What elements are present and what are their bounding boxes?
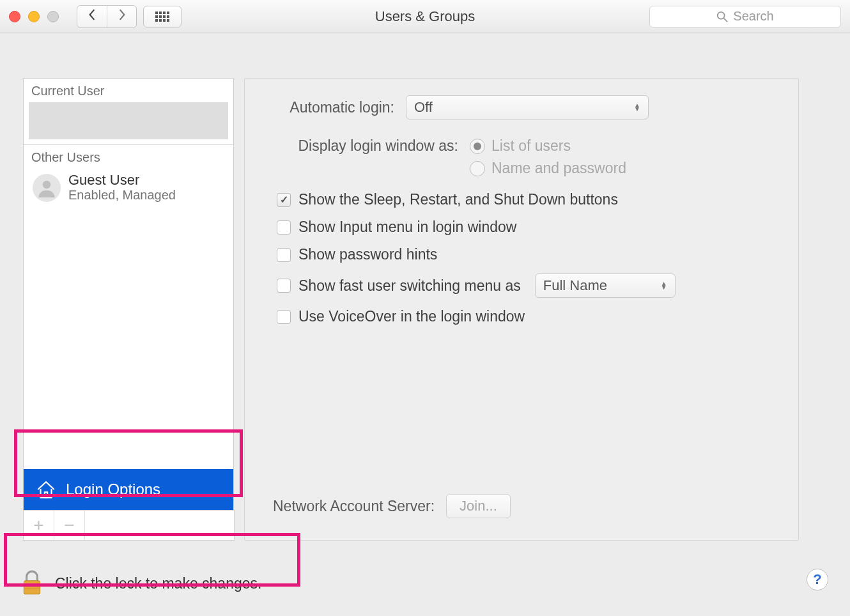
cb-voiceover[interactable]: Use VoiceOver in the login window: [277, 308, 770, 325]
stepper-icon: ▲▼: [634, 104, 640, 111]
cb-sleep-restart[interactable]: Show the Sleep, Restart, and Shut Down b…: [277, 191, 770, 208]
back-button[interactable]: [77, 6, 107, 27]
guest-user-status: Enabled, Managed: [68, 188, 176, 203]
display-login-label: Display login window as:: [273, 137, 458, 155]
svg-rect-7: [167, 15, 169, 18]
fast-switch-value: Full Name: [543, 277, 607, 294]
help-button[interactable]: ?: [807, 569, 828, 590]
traffic-lights: [9, 11, 59, 22]
settings-panel: Automatic login: Off ▲▼ Display login wi…: [244, 78, 799, 541]
automatic-login-label: Automatic login:: [273, 99, 394, 116]
automatic-login-select[interactable]: Off ▲▼: [406, 95, 649, 119]
radio-list-of-users[interactable]: List of users: [470, 137, 626, 155]
window-toolbar: Users & Groups Search: [0, 0, 850, 33]
sidebar-header-current: Current User: [24, 79, 233, 102]
radio-list-label: List of users: [491, 137, 571, 155]
checkbox-list: Show the Sleep, Restart, and Shut Down b…: [273, 191, 770, 325]
forward-button[interactable]: [107, 6, 136, 27]
cb-voiceover-label: Use VoiceOver in the login window: [298, 308, 525, 325]
zoom-window-button[interactable]: [47, 11, 59, 22]
automatic-login-row: Automatic login: Off ▲▼: [273, 95, 770, 119]
search-placeholder: Search: [733, 9, 773, 24]
network-account-label: Network Account Server:: [273, 498, 435, 515]
chevron-left-icon: [88, 9, 97, 20]
checkbox-icon: [277, 279, 291, 293]
svg-rect-6: [163, 15, 166, 18]
cb-sleep-label: Show the Sleep, Restart, and Shut Down b…: [298, 191, 618, 208]
checkbox-icon: [277, 248, 291, 262]
svg-point-12: [718, 12, 725, 19]
avatar-icon: [33, 174, 61, 202]
home-icon: [35, 479, 57, 500]
svg-rect-0: [155, 12, 158, 14]
lock-icon: [20, 570, 43, 597]
join-button[interactable]: Join...: [446, 494, 511, 518]
login-options-label: Login Options: [66, 481, 160, 498]
svg-rect-11: [167, 19, 169, 22]
close-window-button[interactable]: [9, 11, 20, 22]
svg-rect-5: [159, 15, 162, 18]
automatic-login-value: Off: [414, 99, 433, 116]
add-remove-row: + −: [23, 510, 235, 541]
guest-user-name: Guest User: [68, 173, 176, 188]
svg-rect-10: [163, 19, 166, 22]
svg-rect-9: [159, 19, 162, 22]
current-user-row[interactable]: [29, 102, 228, 139]
sidebar-header-other: Other Users: [24, 145, 233, 169]
search-icon: [716, 11, 728, 22]
cb-fast-label: Show fast user switching menu as: [298, 277, 521, 295]
svg-rect-1: [159, 12, 162, 14]
cb-fast-user-switch[interactable]: Show fast user switching menu as Full Na…: [277, 273, 770, 298]
checkbox-icon: [277, 310, 291, 324]
login-options-row[interactable]: Login Options: [24, 469, 233, 510]
cb-hints-label: Show password hints: [298, 246, 437, 263]
lock-text: Click the lock to make changes.: [55, 575, 261, 592]
window-content: Current User Other Users Guest User Enab…: [0, 33, 850, 616]
sidebar-user-text: Guest User Enabled, Managed: [68, 173, 176, 203]
nav-segmented: [77, 5, 137, 28]
minimize-window-button[interactable]: [28, 11, 40, 22]
search-field[interactable]: Search: [649, 6, 841, 27]
radio-icon: [470, 139, 485, 154]
add-user-button[interactable]: +: [24, 511, 54, 540]
lock-row[interactable]: Click the lock to make changes.: [12, 565, 270, 602]
checkbox-icon: [277, 193, 291, 207]
cb-input-menu[interactable]: Show Input menu in login window: [277, 219, 770, 236]
checkbox-icon: [277, 220, 291, 235]
remove-user-button[interactable]: −: [54, 511, 85, 540]
svg-rect-4: [155, 15, 158, 18]
sidebar-user-guest[interactable]: Guest User Enabled, Managed: [24, 169, 233, 206]
cb-input-label: Show Input menu in login window: [298, 219, 516, 236]
svg-rect-3: [167, 12, 169, 14]
radio-name-label: Name and password: [491, 160, 626, 177]
cb-password-hints[interactable]: Show password hints: [277, 246, 770, 263]
network-account-row: Network Account Server: Join...: [273, 494, 511, 518]
svg-rect-8: [155, 19, 158, 22]
radio-icon: [470, 161, 485, 176]
show-all-button[interactable]: [143, 6, 182, 27]
users-sidebar: Current User Other Users Guest User Enab…: [23, 78, 234, 510]
svg-rect-2: [163, 12, 166, 14]
svg-line-13: [724, 18, 727, 21]
svg-rect-16: [24, 581, 40, 594]
radio-name-and-password[interactable]: Name and password: [470, 160, 626, 177]
display-login-row: Display login window as: List of users N…: [273, 137, 770, 177]
fast-switch-select[interactable]: Full Name ▲▼: [535, 273, 676, 298]
svg-rect-15: [45, 492, 47, 498]
svg-point-14: [43, 180, 51, 189]
chevron-right-icon: [118, 9, 127, 20]
grid-icon: [155, 12, 169, 22]
stepper-icon: ▲▼: [661, 282, 667, 289]
